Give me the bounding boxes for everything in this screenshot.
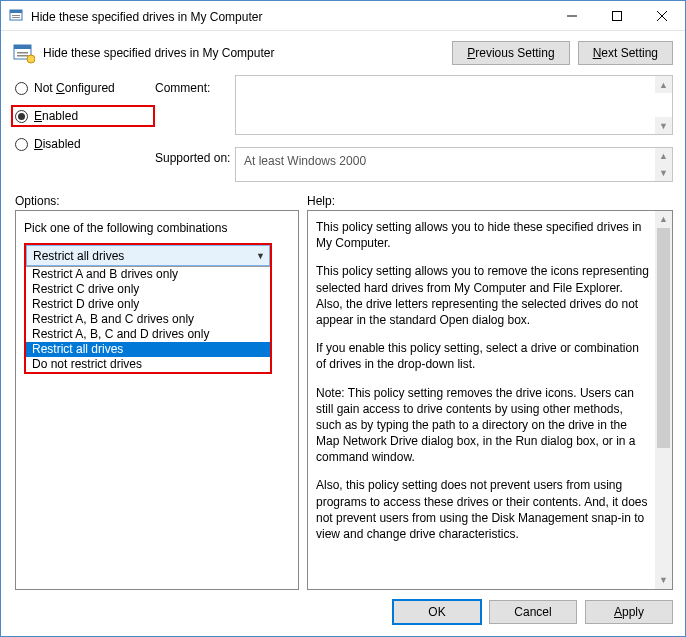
options-label: Options: [15,194,307,208]
window-title: Hide these specified drives in My Comput… [31,8,549,24]
help-text: This policy setting allows you to hide t… [316,219,650,542]
list-item[interactable]: Do not restrict drives [26,357,270,372]
supported-label: Supported on: [155,151,235,165]
options-panel: Pick one of the following combinations R… [15,210,299,590]
scroll-down-icon: ▼ [655,572,672,589]
highlight-dropdown: Restrict all drives ▼ Restrict A and B d… [24,243,272,374]
scrollbar[interactable]: ▲ ▼ [655,148,672,181]
header-row: Hide these specified drives in My Comput… [1,31,685,71]
list-item[interactable]: Restrict A and B drives only [26,267,270,282]
svg-rect-2 [12,15,20,16]
radio-icon [15,110,28,123]
svg-rect-11 [17,55,28,57]
dialog-footer: OK Cancel Apply [1,590,685,636]
list-item[interactable]: Restrict A, B, C and D drives only [26,327,270,342]
state-radio-group: Not Configured Enabled Disabled [15,75,155,182]
scroll-up-icon: ▲ [655,76,672,93]
list-item[interactable]: Restrict D drive only [26,297,270,312]
radio-enabled[interactable]: Enabled [15,109,78,123]
dialog-window: Hide these specified drives in My Comput… [0,0,686,637]
header-title: Hide these specified drives in My Comput… [43,46,452,60]
list-item-selected[interactable]: Restrict all drives [26,342,270,357]
svg-rect-9 [14,45,31,49]
radio-icon [15,138,28,151]
scrollbar[interactable]: ▲ ▼ [655,76,672,134]
highlight-enabled: Enabled [11,105,155,127]
supported-on-text: At least Windows 2000 [244,154,366,168]
ok-button[interactable]: OK [393,600,481,624]
next-setting-button[interactable]: Next Setting [578,41,673,65]
close-button[interactable] [639,1,685,30]
maximize-button[interactable] [594,1,639,30]
help-panel: This policy setting allows you to hide t… [307,210,673,590]
minimize-icon [567,11,577,21]
apply-button[interactable]: Apply [585,600,673,624]
chevron-down-icon: ▼ [256,251,265,261]
scroll-down-icon: ▼ [655,117,672,134]
comment-textarea[interactable]: ▲ ▼ [235,75,673,135]
svg-rect-3 [12,17,20,18]
svg-rect-1 [10,10,22,13]
help-label: Help: [307,194,335,208]
comment-label: Comment: [155,81,235,95]
close-icon [657,11,667,21]
supported-on-box: At least Windows 2000 ▲ ▼ [235,147,673,182]
combobox-value: Restrict all drives [33,249,124,263]
drives-combobox[interactable]: Restrict all drives ▼ [26,245,270,266]
scroll-up-icon: ▲ [655,148,672,165]
scroll-down-icon: ▼ [655,165,672,182]
radio-disabled[interactable]: Disabled [15,137,155,151]
scroll-up-icon: ▲ [655,211,672,228]
field-labels: Comment: Supported on: [155,75,235,182]
cancel-button[interactable]: Cancel [489,600,577,624]
titlebar: Hide these specified drives in My Comput… [1,1,685,31]
previous-setting-button[interactable]: Previous Setting [452,41,569,65]
scrollbar-thumb[interactable] [657,228,670,448]
maximize-icon [612,11,622,21]
policy-icon [9,8,25,24]
minimize-button[interactable] [549,1,594,30]
drives-listbox[interactable]: Restrict A and B drives only Restrict C … [26,266,270,372]
radio-not-configured[interactable]: Not Configured [15,81,155,95]
policy-large-icon [13,42,35,64]
svg-rect-10 [17,52,28,54]
list-item[interactable]: Restrict C drive only [26,282,270,297]
scrollbar[interactable]: ▲ ▼ [655,211,672,589]
radio-icon [15,82,28,95]
svg-point-12 [27,55,35,63]
list-item[interactable]: Restrict A, B and C drives only [26,312,270,327]
options-caption: Pick one of the following combinations [24,221,290,235]
svg-rect-5 [612,11,621,20]
